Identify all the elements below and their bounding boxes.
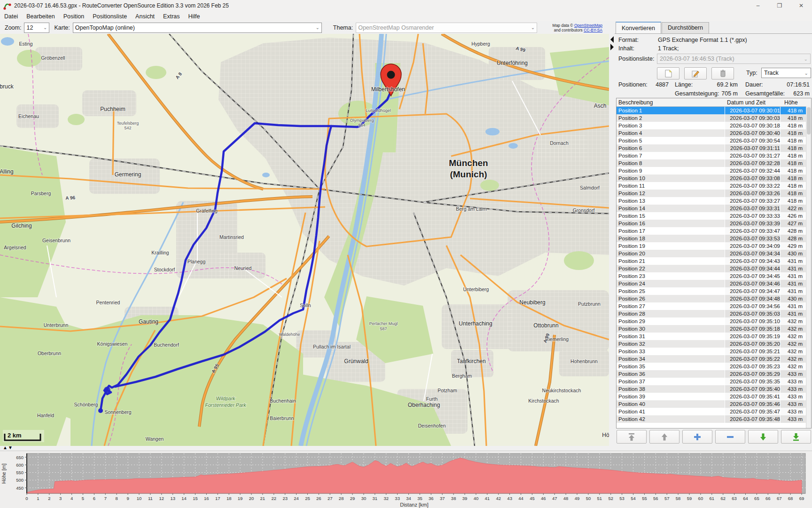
position-datetime-cell[interactable]: 2026-03-07 09:34:48 <box>725 295 780 302</box>
table-row[interactable]: Position 182026-03-07 09:33:53428 m <box>617 235 811 242</box>
position-elevation-cell[interactable]: 428 m <box>780 227 804 235</box>
position-elevation-cell[interactable]: 433 m <box>780 378 804 385</box>
map-select[interactable]: OpenTopoMap (online) ⌄ <box>73 23 322 33</box>
position-datetime-cell[interactable]: 2026-03-07 09:34:44 <box>725 265 780 272</box>
position-datetime-cell[interactable]: 2026-03-07 09:35:20 <box>725 340 780 348</box>
position-datetime-cell[interactable]: 2026-03-07 09:35:10 <box>725 318 780 325</box>
position-elevation-cell[interactable]: 433 m <box>780 385 804 393</box>
position-datetime-cell[interactable]: 2026-03-07 09:33:22 <box>725 182 780 190</box>
position-datetime-cell[interactable]: 2026-03-07 09:31:11 <box>725 144 780 152</box>
position-elevation-cell[interactable]: 430 m <box>780 250 804 257</box>
table-row[interactable]: Position 102026-03-07 09:33:08418 m <box>617 175 811 182</box>
table-row[interactable]: Position 172026-03-07 09:33:47428 m <box>617 227 811 235</box>
position-elevation-cell[interactable]: 418 m <box>780 137 804 144</box>
position-elevation-cell[interactable]: 433 m <box>780 370 804 378</box>
position-datetime-cell[interactable]: 2026-03-07 09:32:44 <box>725 167 780 175</box>
map-canvas[interactable]: München(Munich)MilbertshofenGermeringPuc… <box>0 34 609 446</box>
position-datetime-cell[interactable]: 2026-03-07 09:32:28 <box>725 159 780 167</box>
table-row[interactable]: Position 382026-03-07 09:35:40433 m <box>617 385 811 393</box>
column-header-hoehe[interactable]: Höhe <box>782 99 807 106</box>
position-elevation-cell[interactable]: 432 m <box>780 318 804 325</box>
zoom-select[interactable]: 12 ⌄ <box>24 23 49 33</box>
position-datetime-cell[interactable]: 2026-03-07 09:30:01 <box>725 107 780 114</box>
position-datetime-cell[interactable]: 2026-03-07 09:34:43 <box>725 257 780 265</box>
osm-link[interactable]: OpenStreetMap <box>574 23 602 28</box>
menu-hilfe[interactable]: Hilfe <box>184 12 204 21</box>
position-elevation-cell[interactable]: 418 m <box>780 122 804 129</box>
remove-position-button[interactable] <box>715 430 745 444</box>
collapse-left-icon[interactable] <box>610 36 614 43</box>
position-description-cell[interactable]: Position 25 <box>617 287 725 295</box>
table-row[interactable]: Position 272026-03-07 09:34:56431 m <box>617 302 811 310</box>
position-description-cell[interactable]: Position 35 <box>617 363 725 370</box>
rename-positionlist-button[interactable] <box>684 67 707 79</box>
table-row[interactable]: Position 292026-03-07 09:35:10432 m <box>617 318 811 325</box>
menu-extras[interactable]: Extras <box>159 12 184 21</box>
collapse-down-icon[interactable]: ▼ <box>8 445 13 450</box>
table-row[interactable]: Position 82026-03-07 09:32:28418 m <box>617 159 811 167</box>
position-datetime-cell[interactable]: 2026-03-07 09:33:39 <box>725 220 780 227</box>
column-header-datum[interactable]: Datum und Zeit <box>725 99 782 106</box>
position-datetime-cell[interactable]: 2026-03-07 09:30:18 <box>725 122 780 129</box>
position-description-cell[interactable]: Position 13 <box>617 197 725 205</box>
table-row[interactable]: Position 192026-03-07 09:34:09429 m <box>617 242 811 250</box>
collapse-right-icon[interactable] <box>610 44 614 50</box>
position-description-cell[interactable]: Position 27 <box>617 302 725 310</box>
menu-position[interactable]: Position <box>59 12 88 21</box>
position-elevation-cell[interactable]: 426 m <box>780 212 804 220</box>
position-datetime-cell[interactable]: 2026-03-07 09:33:53 <box>725 235 780 242</box>
chart-splitter[interactable]: ▲▼ <box>3 445 31 451</box>
position-datetime-cell[interactable]: 2026-03-07 09:35:47 <box>725 408 780 415</box>
position-datetime-cell[interactable]: 2026-03-07 09:33:33 <box>725 212 780 220</box>
menu-datei[interactable]: Datei <box>0 12 22 21</box>
position-description-cell[interactable]: Position 11 <box>617 182 725 190</box>
position-datetime-cell[interactable]: 2026-03-07 09:35:19 <box>725 333 780 340</box>
position-elevation-cell[interactable]: 431 m <box>780 272 804 280</box>
position-description-cell[interactable]: Position 9 <box>617 167 725 175</box>
table-row[interactable]: Position 32026-03-07 09:30:18418 m <box>617 122 811 129</box>
table-row[interactable]: Position 322026-03-07 09:35:20432 m <box>617 340 811 348</box>
position-elevation-cell[interactable]: 431 m <box>780 257 804 265</box>
position-datetime-cell[interactable]: 2026-03-07 09:34:34 <box>725 250 780 257</box>
table-row[interactable]: Position 212026-03-07 09:34:43431 m <box>617 257 811 265</box>
position-datetime-cell[interactable]: 2026-03-07 09:33:26 <box>725 190 780 197</box>
table-row[interactable]: Position 62026-03-07 09:31:11418 m <box>617 144 811 152</box>
position-datetime-cell[interactable]: 2026-03-07 09:35:21 <box>725 348 780 355</box>
position-elevation-cell[interactable]: 433 m <box>780 400 804 408</box>
position-elevation-cell[interactable]: 418 m <box>780 197 804 205</box>
position-description-cell[interactable]: Position 1 <box>617 107 725 114</box>
position-datetime-cell[interactable]: 2026-03-07 09:31:27 <box>725 152 780 159</box>
position-datetime-cell[interactable]: 2026-03-07 09:30:03 <box>725 114 780 122</box>
position-elevation-cell[interactable]: 418 m <box>780 167 804 175</box>
position-description-cell[interactable]: Position 42 <box>617 415 725 423</box>
position-datetime-cell[interactable]: 2026-03-07 09:35:41 <box>725 393 780 400</box>
table-row[interactable]: Position 162026-03-07 09:33:39427 m <box>617 220 811 227</box>
position-datetime-cell[interactable]: 2026-03-07 09:33:27 <box>725 197 780 205</box>
delete-positionlist-button[interactable] <box>711 67 734 79</box>
type-select[interactable]: Track ⌄ <box>761 68 811 78</box>
position-description-cell[interactable]: Position 32 <box>617 340 725 348</box>
position-elevation-cell[interactable]: 433 m <box>780 415 804 423</box>
position-datetime-cell[interactable]: 2026-03-07 09:35:18 <box>725 325 780 333</box>
table-row[interactable]: Position 152026-03-07 09:33:33426 m <box>617 212 811 220</box>
position-description-cell[interactable]: Position 21 <box>617 257 725 265</box>
position-datetime-cell[interactable]: 2026-03-07 09:35:48 <box>725 415 780 423</box>
move-to-top-button[interactable] <box>617 430 647 444</box>
position-datetime-cell[interactable]: 2026-03-07 09:35:40 <box>725 385 780 393</box>
position-elevation-cell[interactable]: 427 m <box>780 220 804 227</box>
table-row[interactable]: Position 142026-03-07 09:33:31422 m <box>617 205 811 212</box>
collapse-up-icon[interactable]: ▲ <box>3 445 8 450</box>
table-row[interactable]: Position 362026-03-07 09:35:29433 m <box>617 370 811 378</box>
table-row[interactable]: Position 352026-03-07 09:35:23432 m <box>617 363 811 370</box>
position-datetime-cell[interactable]: 2026-03-07 09:34:46 <box>725 280 780 287</box>
position-description-cell[interactable]: Position 4 <box>617 129 725 137</box>
position-description-cell[interactable]: Position 8 <box>617 159 725 167</box>
table-row[interactable]: Position 262026-03-07 09:34:48430 m <box>617 295 811 302</box>
table-row[interactable]: Position 122026-03-07 09:33:26418 m <box>617 190 811 197</box>
position-elevation-cell[interactable]: 422 m <box>780 205 804 212</box>
position-elevation-cell[interactable]: 432 m <box>780 355 804 363</box>
position-elevation-cell[interactable]: 432 m <box>780 333 804 340</box>
table-row[interactable]: Position 402026-03-07 09:35:46433 m <box>617 400 811 408</box>
position-elevation-cell[interactable]: 418 m <box>780 107 804 114</box>
column-header-beschreibung[interactable]: Beschreibung <box>617 99 725 106</box>
